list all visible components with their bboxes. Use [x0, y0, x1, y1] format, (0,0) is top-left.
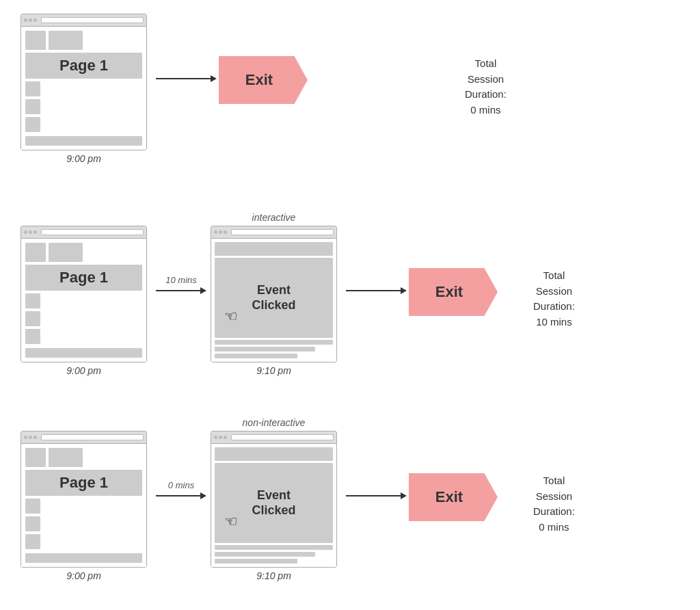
row1-sq3 [25, 117, 40, 132]
row2-event-main: ☜ EventClicked [215, 258, 333, 338]
row3-footer-bar [25, 553, 142, 563]
row2-header-block1 [25, 243, 46, 262]
row1-browser-wrapper: Page 1 [21, 14, 147, 164]
row2-arrow1-head [200, 287, 206, 294]
row2-session-value: 10 mins [533, 315, 575, 330]
row2-event-clicked-text: EventClicked [252, 283, 295, 313]
row3-sq3 [25, 534, 40, 549]
row3-sq2 [25, 516, 40, 531]
row3-ev-line3 [215, 559, 297, 563]
row2-browser-wrapper: Page 1 [21, 226, 147, 376]
row3-sq1 [25, 499, 40, 514]
row1-exit-text: Exit [245, 71, 273, 89]
row2-arrow2-line [346, 290, 401, 291]
row2-browser-toolbar [21, 226, 146, 239]
row2-interactive-label: interactive [211, 212, 337, 223]
row2-event-top [215, 242, 333, 256]
row2-session-info: Total SessionDuration: 10 mins [533, 268, 575, 330]
row3-label: non-interactive [211, 417, 337, 428]
row2-ev-line2 [215, 347, 315, 352]
row2-toolbar-dot3 [33, 230, 37, 234]
row2-content-row2 [25, 311, 142, 326]
toolbar-dot2 [29, 18, 32, 22]
row3-toolbar-dot2 [29, 436, 32, 439]
row1-page-title: Page 1 [25, 53, 142, 79]
row1-arrow-line [156, 78, 211, 79]
toolbar-address [41, 17, 144, 23]
row3-ev-dot3 [224, 436, 227, 439]
row1-content-row1 [25, 81, 142, 96]
row3-ev-line1 [215, 545, 333, 550]
row1-header-block2 [49, 31, 83, 50]
row3-event-body: ☜ EventClicked [211, 444, 336, 567]
row2-toolbar-dot1 [24, 230, 27, 234]
row3-header-block1 [25, 448, 46, 467]
row2-arrow1-line [156, 290, 200, 291]
row3-content-row1 [25, 499, 142, 514]
row3-ev-dot1 [214, 436, 217, 439]
row2-toolbar-dot2 [29, 230, 32, 234]
row3-exit-text: Exit [435, 488, 463, 506]
row2-content-row3 [25, 329, 142, 344]
row1-sq1 [25, 81, 40, 96]
row3-arrow2-head [401, 492, 407, 499]
row1-session-title: Total SessionDuration: [465, 56, 507, 103]
row2-sq3 [25, 329, 40, 344]
row3-event-clicked-text: EventClicked [252, 488, 295, 518]
toolbar-dot3 [33, 18, 37, 22]
row2-content-rows [25, 293, 142, 344]
row3-page-title: Page 1 [25, 470, 142, 496]
row3-toolbar-dot1 [24, 436, 27, 439]
row3-event-bottom [215, 545, 333, 563]
row3-browser-wrapper: Page 1 [21, 431, 147, 581]
row1-arrow-head [211, 75, 217, 82]
row2-arrow1-label: 10 mins [165, 275, 197, 285]
row2-ev-line1 [215, 340, 333, 345]
row1-arrow [156, 75, 217, 82]
row1-page1-time: 9:00 pm [66, 153, 101, 164]
row2-event-toolbar [211, 226, 336, 239]
row3-arrow1-head [200, 492, 206, 499]
row2-ev-address [231, 229, 334, 235]
row3-header-block2 [49, 448, 83, 467]
row3-page1-browser: Page 1 [21, 431, 147, 568]
row2-ev-dot3 [224, 230, 227, 234]
row3-ev-address [231, 434, 334, 440]
row3-arrow1: 0 mins [156, 492, 206, 499]
row2-ev-dot2 [219, 230, 222, 234]
row2-exit-text: Exit [435, 283, 463, 301]
row1-browser-toolbar [21, 14, 146, 27]
row3-event-browser-wrapper: ☜ EventClicked 9:10 pm [211, 431, 337, 581]
row3-event-browser: ☜ EventClicked [211, 431, 337, 568]
row1-exit-shape: Exit [219, 56, 308, 104]
row1-session-info: Total SessionDuration: 0 mins [465, 56, 507, 118]
row3-toolbar-dot3 [33, 436, 37, 439]
row2-header-block2 [49, 243, 83, 262]
row2-event-browser-wrapper: ☜ EventClicked 9:10 pm [211, 226, 337, 376]
row2-page-title: Page 1 [25, 265, 142, 291]
row3-toolbar-address [41, 434, 144, 440]
row2-exit-wrapper: Exit [409, 268, 498, 316]
row2-arrow2-head [401, 287, 407, 294]
row2-event-time: 9:10 pm [256, 365, 291, 376]
row3-arrow1-line [156, 495, 200, 496]
row2-event-body: ☜ EventClicked [211, 239, 336, 362]
row3-arrow2-line [346, 495, 401, 496]
row2-event-bottom [215, 340, 333, 358]
row3-content-row2 [25, 516, 142, 531]
row2-event-browser: ☜ EventClicked [211, 226, 337, 362]
row3-session: Total SessionDuration: 0 mins [513, 473, 575, 535]
row2-hand-icon: ☜ [224, 308, 238, 326]
row1-content-row2 [25, 99, 142, 114]
row2-session-title: Total SessionDuration: [533, 268, 575, 315]
row3-event-time: 9:10 pm [256, 570, 291, 581]
row2-page1-browser: Page 1 [21, 226, 147, 362]
row2-ev-line3 [215, 354, 297, 358]
row3-session-title: Total SessionDuration: [533, 473, 575, 520]
row3-event-wrapper: non-interactive ☜ EventClicked [211, 417, 337, 581]
row3-ev-line2 [215, 552, 315, 557]
row3-browser-toolbar [21, 432, 146, 444]
row2-content-row1 [25, 293, 142, 308]
row1-browser-body: Page 1 [21, 27, 146, 150]
row3-session-value: 0 mins [533, 520, 575, 535]
